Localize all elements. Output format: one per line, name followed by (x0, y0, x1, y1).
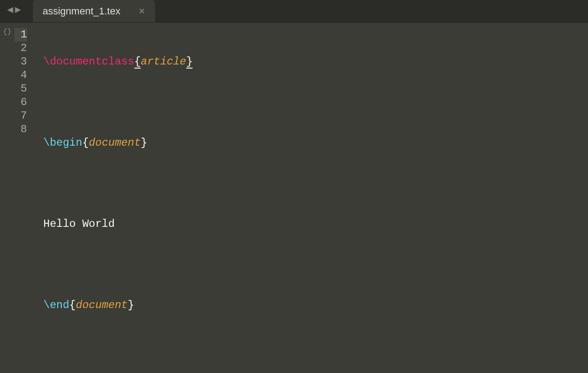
code-fold-gutter[interactable]: {} (0, 23, 14, 373)
line-number: 3 (14, 55, 27, 69)
code-line[interactable] (43, 339, 588, 353)
code-line[interactable]: Hello World (43, 217, 588, 231)
line-number: 6 (14, 96, 27, 109)
editor-pane[interactable]: {} 1 2 3 4 5 6 7 8 \documentclass{articl… (0, 23, 588, 373)
code-line[interactable]: \end{document} (43, 299, 588, 312)
tab-close-icon[interactable]: ✕ (138, 6, 145, 16)
line-number: 1 (14, 28, 27, 41)
line-number: 8 (14, 123, 27, 136)
code-fold-icon[interactable]: {} (3, 28, 11, 373)
tab-nav-arrows: ◀ ▶ (4, 4, 25, 22)
line-number: 5 (14, 82, 27, 96)
code-line[interactable] (43, 96, 588, 109)
tab-bar: ◀ ▶ assignment_1.tex ✕ (0, 0, 588, 23)
tab-nav-back-icon[interactable]: ◀ (7, 4, 13, 16)
line-number: 7 (14, 109, 27, 123)
code-line[interactable]: \documentclass{article} (43, 55, 588, 69)
line-number-gutter: 1 2 3 4 5 6 7 8 (14, 23, 32, 373)
code-line[interactable]: \begin{document} (43, 136, 588, 150)
code-line[interactable] (43, 258, 588, 272)
tab-nav-forward-icon[interactable]: ▶ (15, 4, 21, 16)
line-number: 4 (14, 69, 27, 82)
code-area[interactable]: \documentclass{article} \begin{document}… (32, 23, 588, 373)
code-line[interactable] (43, 177, 588, 190)
tab-active[interactable]: assignment_1.tex ✕ (33, 0, 155, 22)
tab-title: assignment_1.tex (43, 5, 120, 17)
line-number: 2 (14, 41, 27, 55)
